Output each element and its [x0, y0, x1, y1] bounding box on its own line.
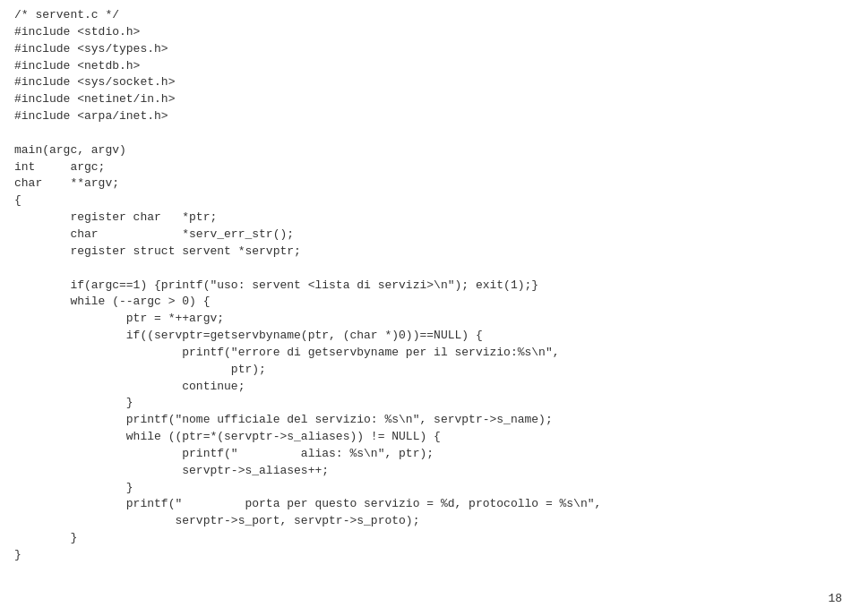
page-number: 18 [828, 592, 842, 605]
page-container: /* servent.c */ #include <stdio.h> #incl… [0, 0, 860, 616]
code-content: /* servent.c */ #include <stdio.h> #incl… [14, 7, 846, 564]
